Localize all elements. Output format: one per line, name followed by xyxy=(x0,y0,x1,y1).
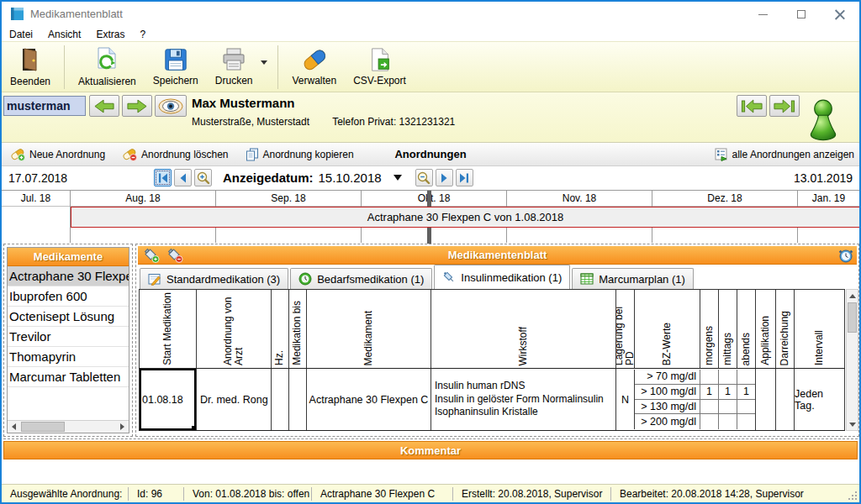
last-patient-button[interactable] xyxy=(769,95,800,117)
list-item[interactable]: Octenisept Lösung xyxy=(8,307,129,327)
menu-extras[interactable]: Extras xyxy=(88,29,132,40)
vertical-scrollbar[interactable] xyxy=(846,289,858,431)
bz-abends[interactable] xyxy=(737,370,756,385)
bz-werte-subtable[interactable]: > 70 mg/dl > 100 mg/dl 1 1 1 > 130 mg/dl xyxy=(634,370,755,429)
patient-search-input[interactable] xyxy=(3,96,86,116)
syringe-remove-icon[interactable] xyxy=(166,248,183,263)
order-timeline-bar[interactable]: Actraphane 30 Flexpen C von 1.08.2018 xyxy=(71,207,859,228)
cell-anordnung-von-arzt[interactable]: Dr. med. Rong xyxy=(196,369,271,430)
bz-abends[interactable] xyxy=(737,414,756,429)
syringe-add-icon[interactable] xyxy=(143,248,160,263)
scroll-up-arrow[interactable] xyxy=(847,290,858,302)
first-date-button[interactable] xyxy=(154,169,172,186)
column-header[interactable]: Intervall xyxy=(794,290,845,368)
scroll-right-arrow[interactable] xyxy=(116,421,129,433)
csv-export-button[interactable]: CSV-Export xyxy=(345,44,415,91)
bz-morgens[interactable]: 1 xyxy=(700,385,719,400)
bz-mittags[interactable]: 1 xyxy=(719,385,737,400)
new-order-button[interactable]: Neue Anordnung xyxy=(2,144,114,165)
scrollbar-thumb[interactable] xyxy=(21,422,65,432)
orders-toolbar: Anordnungen Neue Anordnung Anordnung lös… xyxy=(2,143,859,166)
column-header[interactable]: Medikation bis xyxy=(288,290,306,368)
menu-ansicht[interactable]: Ansicht xyxy=(40,29,88,40)
tab-standardmedikation[interactable]: Standardmedikation (3) xyxy=(140,268,288,289)
bz-mittags[interactable] xyxy=(719,400,737,415)
column-header[interactable]: Start Medikation xyxy=(139,290,196,368)
column-header[interactable]: abends xyxy=(737,290,755,368)
first-patient-button[interactable] xyxy=(737,95,767,117)
column-header[interactable]: Darreichung xyxy=(775,290,794,368)
pill-remove-icon xyxy=(122,148,137,161)
column-header[interactable]: Applikation xyxy=(755,290,775,368)
beenden-button[interactable]: Beenden xyxy=(2,44,59,91)
minimize-button[interactable] xyxy=(743,2,782,27)
speichern-button[interactable]: Speichern xyxy=(145,44,207,91)
zoom-in-button[interactable] xyxy=(194,169,212,186)
comment-content[interactable] xyxy=(3,459,858,484)
column-header[interactable]: mittags xyxy=(718,290,737,368)
column-header[interactable]: BZ-Werte xyxy=(634,290,700,368)
scroll-left-arrow[interactable] xyxy=(8,421,20,433)
date-dropdown-button[interactable] xyxy=(388,169,407,186)
delete-order-button[interactable]: Anordnung löschen xyxy=(114,144,236,165)
last-date-button[interactable] xyxy=(456,169,473,186)
alarm-clock-icon[interactable] xyxy=(838,248,853,263)
scroll-down-arrow[interactable] xyxy=(847,418,858,430)
cell-medikament[interactable]: Actraphane 30 Flexpen C xyxy=(306,369,430,430)
zoom-out-button[interactable] xyxy=(415,169,433,186)
drucken-button[interactable]: Drucken xyxy=(207,44,261,91)
drucken-dropdown-caret[interactable] xyxy=(261,60,267,65)
column-header[interactable]: Hz. xyxy=(271,290,288,368)
copy-icon xyxy=(246,148,259,161)
cell-applikation[interactable] xyxy=(755,369,775,430)
list-item[interactable]: Marcumar Tabletten xyxy=(8,367,129,387)
bz-mittags[interactable] xyxy=(719,414,737,429)
horizontal-scrollbar[interactable] xyxy=(8,420,129,433)
verwalten-button[interactable]: Verwalten xyxy=(283,44,345,91)
bz-morgens[interactable] xyxy=(700,400,719,415)
menu-datei[interactable]: Datei xyxy=(2,29,40,40)
range-end-date: 13.01.2019 xyxy=(794,171,853,185)
cell-hz[interactable] xyxy=(271,369,288,430)
cell-medikation-bis[interactable] xyxy=(288,369,306,430)
column-header[interactable]: Wirkstoff xyxy=(430,290,615,368)
next-patient-button[interactable] xyxy=(122,95,152,117)
table-row[interactable]: 01.08.18 Dr. med. Rong Actraphane 30 Fle… xyxy=(139,369,845,431)
splitter[interactable] xyxy=(3,438,858,439)
list-item[interactable]: Thomapyrin xyxy=(8,347,129,367)
bz-abends[interactable]: 1 xyxy=(737,385,756,400)
menu-help[interactable]: ? xyxy=(132,29,153,40)
list-item[interactable]: Trevilor xyxy=(8,327,129,347)
column-header[interactable]: Anordnung von Arzt xyxy=(196,290,271,368)
close-button[interactable] xyxy=(821,2,859,27)
bz-morgens[interactable] xyxy=(700,414,719,429)
copy-order-button[interactable]: Anordnung kopieren xyxy=(237,144,362,165)
title-bar: Medikamentenblatt xyxy=(2,2,859,27)
column-header[interactable]: Medikament xyxy=(306,290,430,368)
tab-bedarfsmedikation[interactable]: Bedarfsmedikation (1) xyxy=(290,268,432,289)
scrollbar-thumb[interactable] xyxy=(848,302,857,333)
previous-date-button[interactable] xyxy=(174,169,192,186)
column-header[interactable]: Lagerung bei PD xyxy=(615,290,634,368)
cell-wirkstoff[interactable]: Insulin human rDNS Insulin in gelöster F… xyxy=(430,369,615,430)
bz-abends[interactable] xyxy=(737,400,756,415)
aktualisieren-button[interactable]: Aktualisieren xyxy=(70,44,145,91)
tab-insulinmedikation[interactable]: Insulinmedikation (1) xyxy=(434,265,570,289)
list-item[interactable]: Actraphane 30 Flexpen C xyxy=(8,266,129,286)
next-date-button[interactable] xyxy=(436,169,453,186)
column-header[interactable]: morgens xyxy=(700,290,718,368)
bz-mittags[interactable] xyxy=(719,370,737,385)
list-item[interactable]: Ibuprofen 600 xyxy=(8,286,129,307)
cell-darreichung[interactable] xyxy=(775,369,794,430)
maximize-button[interactable] xyxy=(782,2,821,27)
cell-lagerung[interactable]: N xyxy=(615,369,634,430)
tab-marcumarplan[interactable]: Marcumarplan (1) xyxy=(572,268,694,289)
cell-intervall[interactable]: Jeden Tag. xyxy=(794,369,845,430)
view-patient-button[interactable] xyxy=(155,95,187,117)
maximize-icon xyxy=(797,10,806,18)
bz-morgens[interactable] xyxy=(700,370,719,385)
show-all-orders-button[interactable]: alle Anordnungen anzeigen xyxy=(715,148,854,161)
resize-grip[interactable] xyxy=(847,490,857,500)
previous-patient-button[interactable] xyxy=(89,95,119,117)
cell-start-medikation[interactable]: 01.08.18 xyxy=(139,369,196,430)
